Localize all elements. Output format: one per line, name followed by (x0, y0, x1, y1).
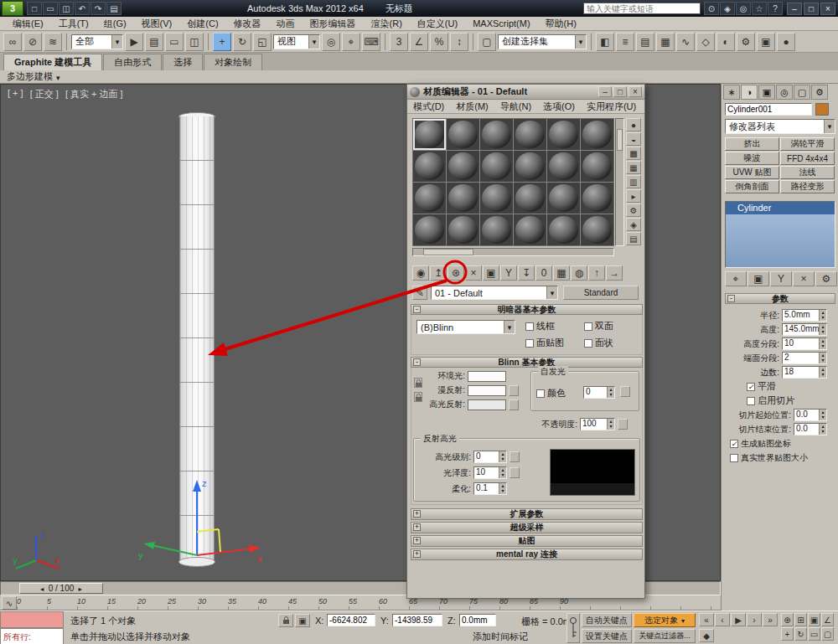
project-folder-icon[interactable]: ▤ (106, 2, 122, 15)
communication-center-icon[interactable]: ◎ (736, 2, 751, 15)
named-selection-sets-dropdown[interactable]: 创建选择集 (498, 34, 587, 49)
self-illum-map-button[interactable] (620, 386, 630, 397)
material-sample-slot[interactable] (447, 119, 479, 150)
material-sample-slot[interactable] (514, 214, 546, 245)
maximize-viewport-icon[interactable]: ▢ (821, 627, 834, 641)
lock-diffuse-specular-icon[interactable] (414, 392, 422, 402)
make-unique-icon[interactable]: Y (500, 265, 517, 281)
self-illum-color-checkbox[interactable]: 颜色 (536, 387, 566, 399)
schematic-view-icon[interactable]: ◇ (696, 33, 715, 51)
menu-item[interactable]: 材质(M) (450, 100, 494, 113)
next-frame-icon[interactable] (77, 584, 83, 593)
application-menu-button[interactable]: 3 (2, 1, 23, 16)
object-name-field[interactable] (725, 103, 812, 116)
parameter-spinner[interactable]: 0.0 (794, 409, 827, 421)
select-by-material-icon[interactable]: ◈ (626, 218, 641, 231)
orbit-icon[interactable]: ↻ (794, 627, 807, 641)
specular-level-spinner[interactable]: 0 (473, 451, 507, 463)
motion-tab[interactable]: ◎ (776, 85, 793, 100)
ambient-color-swatch[interactable] (468, 371, 506, 382)
open-mini-curve-editor-icon[interactable]: ∿ (2, 596, 17, 610)
zoom-all-icon[interactable]: ⊞ (794, 613, 807, 626)
ribbon-tab[interactable]: 选择 (163, 54, 203, 70)
favorites-icon[interactable]: ☆ (752, 2, 767, 15)
shader-type-dropdown[interactable]: (B)Blinn (416, 320, 515, 334)
material-editor-icon[interactable]: ◐ (716, 33, 735, 51)
material-id-channel-icon[interactable]: 0 (535, 265, 552, 281)
save-file-icon[interactable]: ◫ (59, 2, 74, 15)
select-and-rotate-icon[interactable]: ↻ (233, 33, 251, 51)
window-crossing-icon[interactable]: ◫ (185, 33, 204, 51)
menu-item[interactable]: 图形编辑器 (303, 17, 364, 30)
specular-map-button[interactable] (509, 399, 519, 410)
rollout-header[interactable]: mental ray 连接 (411, 549, 643, 560)
key-mode-toggle-icon[interactable]: ◆ (699, 629, 714, 642)
face-map-checkbox[interactable]: 面贴图 (525, 337, 564, 349)
material-sample-slot[interactable] (480, 151, 513, 182)
material-sample-slot[interactable] (480, 119, 513, 150)
curve-editor-icon[interactable]: ∿ (676, 33, 695, 51)
sample-horizontal-scrollbar[interactable] (412, 248, 614, 256)
go-to-end-icon[interactable]: » (763, 613, 778, 626)
diffuse-map-button[interactable] (509, 385, 519, 396)
material-sample-slot[interactable] (514, 183, 546, 214)
viewport-shading-menu[interactable]: [ 真实 + 边面 ] (65, 88, 123, 100)
selection-lock-icon[interactable] (278, 614, 293, 627)
material-map-navigator-icon[interactable]: ▤ (626, 232, 641, 245)
set-keys-button[interactable] (566, 613, 580, 643)
pin-stack-icon[interactable]: ⌖ (725, 271, 747, 286)
slice-on-checkbox[interactable]: 启用切片 (747, 394, 794, 407)
object-color-swatch[interactable] (815, 103, 829, 116)
real-world-map-size-checkbox[interactable]: 真实世界贴图大小 (730, 452, 808, 464)
snap-toggle-icon[interactable]: 3 (390, 33, 408, 51)
select-and-manipulate-icon[interactable]: ⌖ (342, 33, 360, 51)
transform-gizmo[interactable]: x y z (118, 470, 294, 579)
modifier-set-button[interactable]: 路径变形 (780, 180, 835, 193)
lock-ambient-diffuse-icon[interactable] (414, 378, 422, 388)
parameter-spinner[interactable]: 2 (782, 352, 827, 364)
make-preview-icon[interactable]: ▸ (626, 189, 641, 203)
configure-modifier-sets-icon[interactable]: ⚙ (815, 271, 837, 286)
menu-item[interactable]: 组(G) (96, 17, 134, 30)
material-sample-slot[interactable] (447, 151, 479, 182)
viewport-general-menu[interactable]: [ + ] (8, 88, 23, 100)
select-and-link-icon[interactable]: ∞ (3, 33, 22, 51)
material-sample-slot[interactable] (547, 119, 580, 150)
angle-snap-icon[interactable]: ∠ (410, 33, 428, 51)
modify-tab[interactable]: ◑ (741, 85, 758, 100)
select-by-name-icon[interactable]: ▤ (145, 33, 163, 51)
opacity-map-button[interactable] (618, 419, 628, 430)
spinner-snap-icon[interactable]: ↕ (450, 33, 468, 51)
show-end-result-icon[interactable]: ◍ (571, 265, 587, 281)
y-coordinate-field[interactable] (392, 614, 442, 626)
rollout-header[interactable]: 扩展参数 (411, 508, 643, 520)
glossiness-map-button[interactable] (510, 467, 520, 478)
new-scene-icon[interactable]: □ (27, 2, 42, 15)
align-icon[interactable]: ≡ (616, 33, 634, 51)
pick-material-from-object-icon[interactable]: ✎ (412, 286, 427, 300)
material-sample-slot[interactable] (514, 119, 546, 150)
select-and-scale-icon[interactable]: ◱ (253, 33, 272, 51)
viewport-pov-menu[interactable]: [ 正交 ] (30, 88, 59, 100)
close-icon[interactable]: × (628, 86, 642, 97)
video-color-check-icon[interactable]: ▥ (626, 175, 641, 188)
specular-level-map-button[interactable] (510, 451, 520, 462)
material-sample-slot[interactable] (480, 214, 513, 245)
put-material-icon[interactable]: ↥ (430, 265, 447, 281)
material-sample-slot[interactable] (581, 151, 613, 182)
rectangular-selection-icon[interactable]: ▭ (165, 33, 184, 51)
set-key-button[interactable]: 设置关键点 (582, 629, 632, 643)
mirror-icon[interactable]: ◧ (596, 33, 614, 51)
macro-recorder-field[interactable] (0, 611, 64, 628)
wire-checkbox[interactable]: 线框 (525, 320, 555, 332)
material-sample-slot[interactable] (447, 214, 479, 245)
use-pivot-center-icon[interactable]: ◎ (322, 33, 340, 51)
select-and-move-icon[interactable]: + (213, 33, 231, 51)
get-material-icon[interactable]: ◉ (412, 265, 429, 281)
select-object-icon[interactable]: ▶ (125, 33, 143, 51)
options-icon[interactable]: ⚙ (626, 204, 641, 217)
generate-mapping-coords-checkbox[interactable]: 生成贴图坐标 (730, 438, 791, 450)
modifier-stack[interactable]: Cylinder (725, 201, 835, 268)
modifier-list-dropdown[interactable]: 修改器列表 (725, 119, 835, 134)
z-coordinate-field[interactable] (459, 614, 496, 626)
